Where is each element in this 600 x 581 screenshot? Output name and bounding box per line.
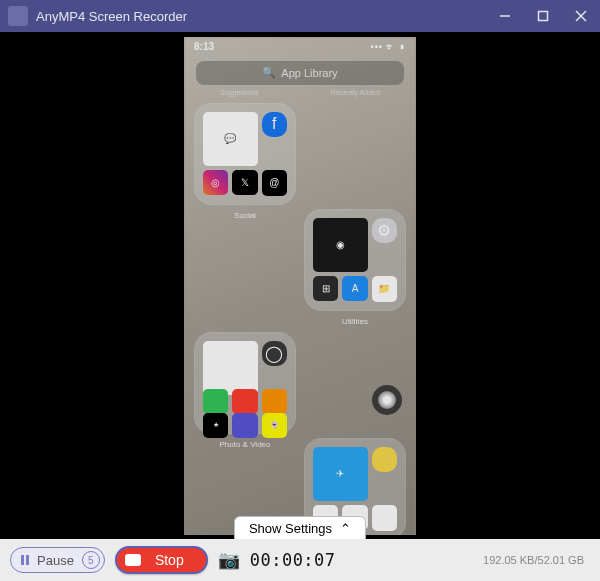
app-folder[interactable]: ◉⚙⊞A📁 (304, 209, 406, 311)
app-icon[interactable]: 📁 (372, 276, 397, 301)
recording-timer: 00:00:07 (250, 550, 336, 570)
app-icon[interactable]: A (342, 276, 367, 301)
app-icon[interactable]: ★ (203, 413, 228, 438)
app-icon[interactable]: ◎ (203, 170, 228, 195)
pause-button[interactable]: Pause 5 (10, 547, 105, 573)
screenshot-button[interactable]: 📷 (218, 549, 240, 571)
stop-button[interactable]: Stop (115, 546, 208, 574)
app-icon[interactable]: ◉ (313, 218, 368, 273)
recorder-toolbar: Pause 5 Stop 📷 00:00:07 192.05 KB/52.01 … (0, 539, 600, 581)
search-placeholder: App Library (281, 67, 337, 79)
pause-icon (21, 555, 29, 565)
assistive-touch-button[interactable] (372, 385, 402, 415)
title-bar: AnyMP4 Screen Recorder (0, 0, 600, 32)
app-icon[interactable]: ◯ (262, 341, 287, 366)
file-size-label: 192.05 KB/52.01 GB (483, 554, 584, 566)
minimize-button[interactable] (486, 0, 524, 32)
stop-icon (125, 554, 141, 566)
stop-label: Stop (155, 552, 184, 568)
folder-label: Social (194, 211, 296, 309)
hints: Suggestions Recently Added (184, 89, 416, 96)
show-settings-button[interactable]: Show Settings ⌃ (234, 516, 366, 539)
app-icon[interactable]: ⚙ (372, 218, 397, 243)
app-library-grid: 💬f◎𝕏@Social◉⚙⊞A📁Utilities❀◯★👻Photo & Vid… (194, 103, 406, 535)
app-logo-icon (8, 6, 28, 26)
app-icon[interactable] (372, 447, 397, 472)
app-library-search[interactable]: 🔍 App Library (196, 61, 404, 85)
app-title: AnyMP4 Screen Recorder (36, 9, 187, 24)
app-icon[interactable] (262, 389, 287, 414)
app-icon[interactable]: 💬 (203, 112, 258, 167)
app-folder[interactable]: 💬f◎𝕏@ (194, 103, 296, 205)
app-icon[interactable]: f (262, 112, 287, 137)
close-button[interactable] (562, 0, 600, 32)
phone-screen-mirror: 8:13 ••• ᯤ ▮ 🔍 App Library Suggestions R… (184, 37, 416, 535)
search-icon: 🔍 (262, 66, 276, 79)
app-icon[interactable]: ▲ (372, 505, 397, 530)
phone-status-bar: 8:13 ••• ᯤ ▮ (184, 37, 416, 55)
app-icon[interactable] (203, 389, 228, 414)
app-folder[interactable]: ❀◯★👻 (194, 332, 296, 434)
app-icon[interactable]: 👻 (262, 413, 287, 438)
app-icon[interactable]: ✈ (313, 447, 368, 502)
chevron-up-icon: ⌃ (340, 521, 351, 536)
folder-label: Utilities (304, 317, 406, 326)
app-icon[interactable]: @ (262, 170, 287, 195)
app-icon[interactable]: ❀ (203, 341, 258, 396)
recording-viewport: 8:13 ••• ᯤ ▮ 🔍 App Library Suggestions R… (0, 32, 600, 539)
app-icon[interactable] (232, 389, 257, 414)
maximize-button[interactable] (524, 0, 562, 32)
app-icon[interactable] (232, 413, 257, 438)
svg-rect-1 (539, 12, 548, 21)
app-window: AnyMP4 Screen Recorder 8:13 ••• ᯤ ▮ 🔍 Ap… (0, 0, 600, 581)
pause-label: Pause (37, 553, 74, 568)
phone-clock: 8:13 (194, 41, 214, 52)
app-icon[interactable]: 𝕏 (232, 170, 257, 195)
show-settings-label: Show Settings (249, 521, 332, 536)
app-icon[interactable]: ⊞ (313, 276, 338, 301)
phone-status-icons: ••• ᯤ ▮ (371, 42, 406, 52)
pause-countdown: 5 (82, 551, 100, 569)
